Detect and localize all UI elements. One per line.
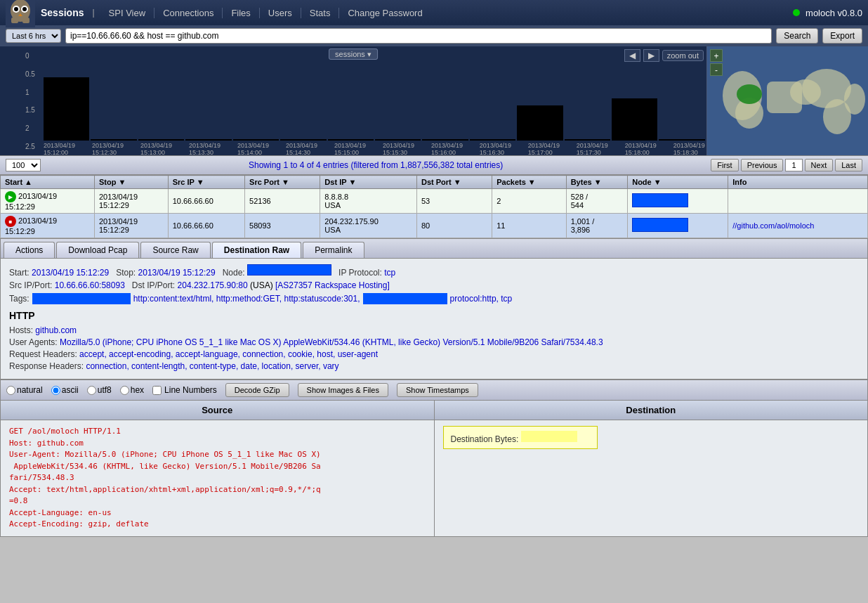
tab-permalink[interactable]: Permalink (303, 242, 364, 258)
line-numbers-checkbox[interactable] (152, 386, 162, 395)
col-node[interactable]: Node ▼ (628, 176, 728, 189)
cell-dst-port: 80 (416, 214, 492, 238)
http-hosts-row: Hosts: github.com (9, 325, 859, 335)
svg-point-4 (14, 7, 18, 11)
export-button[interactable]: Export (822, 28, 862, 44)
radio-utf8-input[interactable] (87, 386, 96, 395)
map-zoom-out-btn[interactable]: - (710, 63, 723, 76)
bar-9 (470, 139, 515, 141)
destination-header: Destination (435, 401, 868, 420)
nav-spi-view[interactable]: SPI View (100, 8, 155, 18)
play-icon[interactable]: ▶ (5, 191, 16, 202)
detail-tags-row: Tags: http:content:text/html, http:metho… (9, 293, 859, 304)
http-title: HTTP (9, 310, 859, 321)
bar-1 (91, 139, 136, 141)
col-start[interactable]: Start ▲ (1, 176, 95, 189)
decode-gzip-btn[interactable]: Decode GZip (225, 383, 289, 397)
svg-rect-8 (22, 18, 29, 23)
node-bar (632, 193, 688, 207)
nav-connections[interactable]: Connections (154, 8, 223, 18)
tab-actions[interactable]: Actions (4, 242, 55, 258)
line-numbers-group: Line Numbers (152, 385, 217, 395)
start-label: Start: (9, 268, 29, 278)
cell-packets: 2 (492, 189, 566, 214)
nav-change-password[interactable]: Change Password (339, 8, 430, 18)
page-size-select[interactable]: 100 (6, 159, 41, 171)
filter-input[interactable] (65, 28, 772, 44)
col-dst-port[interactable]: Dst Port ▼ (416, 176, 492, 189)
radio-hex-input[interactable] (120, 386, 129, 395)
req-headers-label: Request Headers: (9, 349, 77, 359)
pagination-bar: 100 Showing 1 to 4 of 4 entries (filtere… (0, 155, 868, 175)
bar-13 (659, 139, 704, 141)
col-src-port[interactable]: Src Port ▼ (245, 176, 320, 189)
nav-stats[interactable]: Stats (301, 8, 340, 18)
nav-files[interactable]: Files (223, 8, 259, 18)
detail-panel: Start: 2013/04/19 15:12:29 Stop: 2013/04… (0, 259, 868, 380)
col-packets[interactable]: Packets ▼ (492, 176, 566, 189)
svg-rect-7 (11, 18, 18, 23)
bar-5 (280, 139, 326, 141)
radio-natural-input[interactable] (6, 386, 15, 395)
col-dst-ip[interactable]: Dst IP ▼ (320, 176, 417, 189)
show-timestamps-btn[interactable]: Show Timestamps (397, 383, 478, 397)
chart-next-btn[interactable]: ▶ (643, 49, 659, 62)
search-button[interactable]: Search (776, 28, 818, 44)
first-page-btn[interactable]: First (711, 159, 738, 171)
col-src-ip[interactable]: Src IP ▼ (168, 176, 244, 189)
col-stop[interactable]: Stop ▼ (95, 176, 169, 189)
tab-destination-raw[interactable]: Destination Raw (212, 242, 301, 258)
bar-0 (44, 77, 89, 141)
cell-dst-ip: 204.232.175.90USA (320, 214, 417, 238)
radio-utf8-label: utf8 (98, 385, 112, 395)
chart-y-labels: 2.5 2 1.5 1 0.5 0 (25, 52, 35, 150)
chart-controls: ◀ ▶ zoom out (624, 49, 704, 62)
bar-11 (565, 139, 610, 141)
previous-page-btn[interactable]: Previous (741, 159, 784, 171)
logo (6, 0, 35, 27)
bar-4 (233, 139, 279, 141)
svg-point-17 (737, 84, 762, 104)
chart-prev-btn[interactable]: ◀ (624, 49, 640, 62)
detail-start-stop-row: Start: 2013/04/19 15:12:29 Stop: 2013/04… (9, 264, 859, 278)
zoom-out-btn[interactable]: zoom out (662, 50, 704, 61)
app-version: moloch v0.8.0 (805, 8, 862, 18)
cell-src-port: 58093 (245, 214, 320, 238)
last-page-btn[interactable]: Last (835, 159, 862, 171)
cell-info (728, 189, 868, 214)
cell-src-ip: 10.66.66.60 (168, 214, 244, 238)
http-section: HTTP Hosts: github.com User Agents: Mozi… (9, 310, 859, 371)
show-images-btn[interactable]: Show Images & Files (298, 383, 388, 397)
http-resp-headers-row: Response Headers: connection, content-le… (9, 361, 859, 371)
radio-ascii-input[interactable] (51, 386, 60, 395)
pagination-info: Showing 1 to 4 of 4 entries (filtered fr… (46, 160, 705, 170)
hosts-value: github.com (35, 325, 77, 335)
stop-icon[interactable]: ■ (5, 216, 16, 227)
node-bar (632, 218, 688, 232)
cell-bytes: 1,001 /3,896 (566, 214, 628, 238)
stop-value: 2013/04/19 15:12:29 (138, 268, 216, 278)
radio-hex: hex (120, 385, 144, 395)
tab-source-raw[interactable]: Source Raw (140, 242, 210, 258)
nav-users[interactable]: Users (260, 8, 301, 18)
page-buttons: First Previous 1 Next Last (711, 159, 862, 171)
cell-node (628, 189, 728, 214)
chart-bars (42, 49, 706, 141)
map-zoom-in-btn[interactable]: + (710, 49, 723, 62)
source-content: GET /aol/moloch HTTP/1.1 Host: github.co… (1, 420, 435, 536)
sessions-table: Start ▲ Stop ▼ Src IP ▼ Src Port ▼ Dst I… (0, 175, 868, 238)
time-range-select[interactable]: Last 6 hrs (6, 29, 61, 43)
col-bytes[interactable]: Bytes ▼ (566, 176, 628, 189)
dst-extra: (USA) (250, 280, 273, 290)
next-page-btn[interactable]: Next (805, 159, 834, 171)
bar-10 (517, 105, 563, 141)
radio-utf8: utf8 (87, 385, 112, 395)
src-dest-content: GET /aol/moloch HTTP/1.1 Host: github.co… (1, 420, 867, 536)
chart-x-labels: 2013/04/1915:12:00 2013/04/1915:12:30 20… (42, 141, 706, 156)
dest-bytes-bar (521, 431, 577, 442)
cell-src-ip: 10.66.66.60 (168, 189, 244, 214)
action-tabs: Actions Download Pcap Source Raw Destina… (0, 238, 868, 259)
col-info[interactable]: Info (728, 176, 868, 189)
detail-src-dst-row: Src IP/Port: 10.66.66.60:58093 Dst IP/Po… (9, 280, 859, 290)
tab-download-pcap[interactable]: Download Pcap (56, 242, 139, 258)
